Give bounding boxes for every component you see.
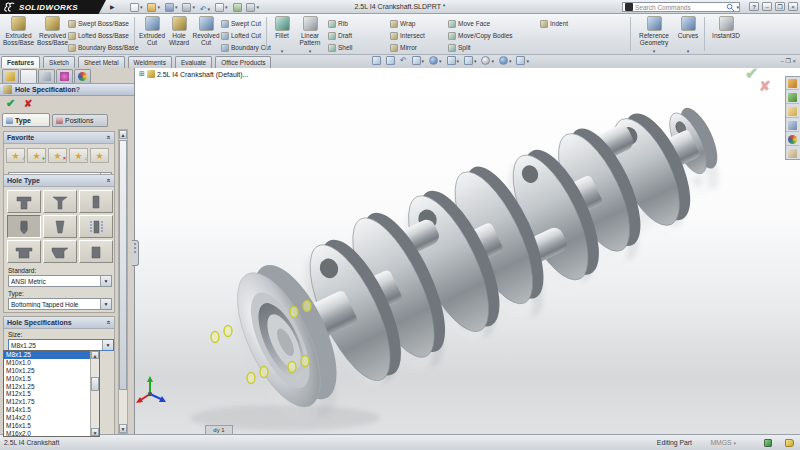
property-manager-tab[interactable] — [20, 69, 37, 83]
apply-defaults-button[interactable]: ★∕ — [6, 148, 25, 163]
mirror-button[interactable]: Mirror — [390, 42, 417, 53]
display-manager-tab[interactable] — [74, 69, 91, 83]
collapse-chevron-icon[interactable]: « — [106, 179, 113, 183]
scroll-up-icon[interactable]: ▲ — [119, 130, 127, 139]
size-option[interactable]: M10x1.5 — [4, 375, 99, 383]
size-option[interactable]: M14x2.0 — [4, 414, 99, 422]
hide-show-items-button[interactable]: ▾ — [464, 56, 477, 65]
lofted-boss-base-button[interactable]: Lofted Boss/Base — [68, 30, 129, 41]
lofted-cut-button[interactable]: Lofted Cut — [221, 30, 261, 41]
motion-study-tab[interactable]: dy 1 — [205, 425, 233, 434]
collapse-chevron-icon[interactable]: « — [106, 136, 113, 140]
panel-scrollbar[interactable]: ▲ ▼ — [118, 129, 128, 434]
view-settings-button[interactable]: ▾ — [516, 56, 529, 65]
print-button[interactable]: ▾ — [182, 1, 195, 13]
curves-button[interactable]: Curves▾ — [674, 15, 702, 53]
countersink-slot-button[interactable] — [43, 240, 77, 263]
search-scope-caret-icon[interactable]: ▾ — [736, 4, 739, 10]
hole-button[interactable] — [79, 190, 113, 213]
wrap-button[interactable]: Wrap — [390, 18, 415, 29]
revolved-cut-button[interactable]: RevolvedCut — [192, 15, 220, 53]
custom-properties-button[interactable] — [786, 147, 799, 160]
design-library-button[interactable] — [786, 91, 799, 104]
move-face-button[interactable]: Move Face — [448, 18, 490, 29]
size-option[interactable]: M10x1.0 — [4, 359, 99, 367]
rebuild-button[interactable] — [233, 1, 242, 13]
revolved-boss-base-button[interactable]: RevolvedBoss/Base — [36, 15, 69, 53]
menu-expand-arrow-icon[interactable]: ▶ — [110, 3, 115, 10]
confirm-cancel-icon[interactable]: ✘ — [759, 78, 771, 94]
search-pane-button[interactable] — [786, 119, 799, 132]
tapered-tap-button[interactable] — [43, 215, 77, 238]
open-button[interactable]: ▾ — [147, 1, 160, 13]
legacy-hole-button[interactable] — [79, 215, 113, 238]
cancel-button[interactable]: ✘ — [24, 98, 32, 109]
collapse-chevron-icon[interactable]: « — [106, 321, 113, 325]
zoom-to-area-button[interactable] — [386, 56, 395, 65]
edit-appearance-button[interactable]: ▾ — [481, 56, 494, 65]
ok-button[interactable]: ✔ — [6, 97, 15, 110]
rib-button[interactable]: Rib — [328, 18, 348, 29]
status-indicator-icon[interactable] — [764, 439, 772, 447]
tab-office-products[interactable]: Office Products — [215, 56, 271, 68]
size-option[interactable]: M16x2.0 — [4, 430, 99, 438]
feature-manager-tab[interactable] — [2, 69, 19, 83]
doc-close-icon[interactable]: × — [792, 58, 796, 64]
tab-type[interactable]: Type — [2, 113, 50, 127]
tree-expander-icon[interactable]: ⊞ — [139, 70, 145, 78]
solidworks-resources-button[interactable] — [786, 77, 799, 90]
close-button[interactable]: × — [788, 2, 798, 11]
panel-collapse-handle[interactable] — [132, 240, 139, 266]
dropdown-caret-icon[interactable]: ▼ — [100, 299, 111, 309]
tab-features[interactable]: Features — [1, 56, 40, 68]
doc-minimize-icon[interactable]: – — [780, 58, 783, 64]
size-option[interactable]: M12x1.75 — [4, 398, 99, 406]
doc-restore-icon[interactable]: ❐ — [785, 58, 790, 64]
scrollbar-thumb[interactable] — [91, 377, 99, 391]
instant3d-button[interactable]: Instant3D — [708, 15, 744, 53]
slot-button[interactable] — [79, 240, 113, 263]
zoom-to-fit-button[interactable] — [372, 56, 381, 65]
linear-pattern-button[interactable]: LinearPattern▾ — [295, 15, 325, 53]
extruded-cut-button[interactable]: ExtrudedCut — [138, 15, 166, 53]
section-view-button[interactable]: ▾ — [412, 56, 425, 65]
configuration-manager-tab[interactable] — [38, 69, 55, 83]
list-scrollbar[interactable]: ▲ ▼ — [90, 351, 99, 436]
size-option[interactable]: M8x1.25 — [4, 351, 99, 359]
scroll-up-icon[interactable]: ▲ — [91, 351, 99, 359]
boundary-boss-base-button[interactable]: Boundary Boss/Base — [68, 42, 139, 53]
save-button[interactable]: ▾ — [165, 1, 178, 13]
scroll-down-icon[interactable]: ▼ — [119, 424, 127, 433]
dropdown-caret-icon[interactable]: ▼ — [100, 276, 111, 286]
dropdown-caret-icon[interactable]: ▼ — [102, 340, 113, 350]
hole-type-group-header[interactable]: Hole Type« — [4, 175, 114, 187]
tab-positions[interactable]: Positions — [52, 114, 108, 127]
counterbore-button[interactable] — [7, 190, 41, 213]
move-copy-bodies-button[interactable]: Move/Copy Bodies — [448, 30, 513, 41]
size-dropdown-list[interactable]: M8x1.25 M10x1.0 M10x1.25 M10x1.5 M12x1.2… — [3, 350, 100, 437]
search-magnifier-icon[interactable] — [726, 3, 735, 12]
previous-view-button[interactable]: ↶ — [400, 56, 407, 65]
tab-evaluate[interactable]: Evaluate — [175, 56, 212, 68]
size-option[interactable]: M12x1.5 — [4, 390, 99, 398]
save-favorite-button[interactable]: ★↓ — [69, 148, 88, 163]
size-option[interactable]: M14x1.5 — [4, 406, 99, 414]
scroll-down-icon[interactable]: ▼ — [91, 428, 99, 436]
options-button[interactable]: ▾ — [246, 1, 259, 13]
swept-boss-base-button[interactable]: Swept Boss/Base — [68, 18, 129, 29]
restore-button[interactable]: ❐ — [775, 2, 785, 11]
indent-button[interactable]: Indent — [540, 18, 568, 29]
scrollbar-thumb[interactable] — [119, 140, 127, 390]
hole-type-dropdown[interactable]: Bottoming Tapped Hole▼ — [8, 298, 112, 310]
appearances-button[interactable] — [786, 133, 799, 146]
dimxpert-manager-tab[interactable] — [56, 69, 73, 83]
size-option[interactable]: M16x1.5 — [4, 422, 99, 430]
graphics-viewport[interactable]: ⊞ 2.5L I4 Crankshaft (Default)... ✔ ✘ dy… — [135, 68, 800, 434]
reference-geometry-button[interactable]: ReferenceGeometry▾ — [636, 15, 672, 53]
tab-weldments[interactable]: Weldments — [128, 56, 172, 68]
counterbore-slot-button[interactable] — [7, 240, 41, 263]
size-option[interactable]: M10x1.25 — [4, 367, 99, 375]
file-explorer-button[interactable] — [786, 105, 799, 118]
standard-dropdown[interactable]: ANSI Metric▼ — [8, 275, 112, 287]
straight-tap-button[interactable] — [7, 215, 41, 238]
